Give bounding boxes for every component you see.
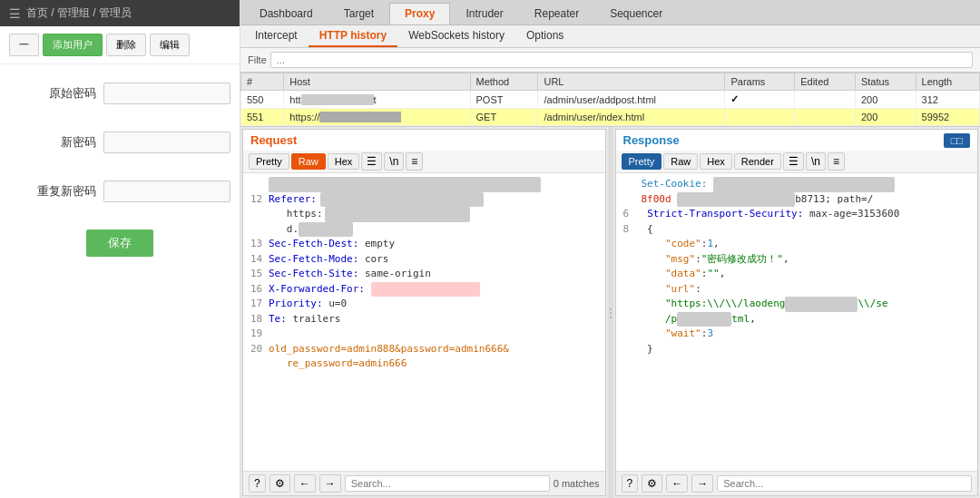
response-icon-list[interactable]: ☰: [783, 152, 804, 171]
request-title: Request: [243, 130, 605, 151]
burp-main: Dashboard Target Proxy Intruder Repeater…: [240, 0, 980, 498]
filter-bar: Filte: [240, 48, 980, 73]
sidebar-header: ☰ 首页 / 管理组 / 管理员: [0, 0, 240, 26]
response-panel: Response □□ Pretty Raw Hex Render ☰ \n ≡…: [615, 129, 979, 496]
original-password-row: 原始密码: [9, 83, 230, 104]
request-matches-label: 0 matches: [554, 478, 600, 489]
response-search-next[interactable]: →: [691, 474, 713, 493]
sidebar-form: 原始密码 新密码 重复新密码 保存: [0, 64, 240, 275]
burp-secondary-tabs: Intercept HTTP history WebSockets histor…: [240, 25, 980, 48]
cell-host: https://xxxxxxxxxx: [284, 109, 470, 126]
tab-repeater[interactable]: Repeater: [519, 3, 594, 24]
tab-intruder[interactable]: Intruder: [450, 3, 518, 24]
col-header-edited: Edited: [795, 73, 856, 91]
tab-http-history[interactable]: HTTP history: [309, 25, 397, 47]
request-tab-raw[interactable]: Raw: [291, 153, 326, 170]
response-search-prev[interactable]: ←: [666, 474, 688, 493]
table-row[interactable]: 551 https://xxxxxxxxxx GET /admin/user/i…: [241, 109, 980, 126]
response-search-help[interactable]: ?: [622, 474, 639, 493]
response-tab-render[interactable]: Render: [734, 153, 781, 170]
edit-button[interactable]: 编辑: [150, 34, 190, 56]
col-header-host: Host: [284, 73, 470, 91]
table-row[interactable]: 550 httxxxxxxxxxxt POST /admin/user/addp…: [241, 91, 980, 109]
request-icon-wrap[interactable]: ≡: [406, 152, 423, 171]
request-toolbar: Pretty Raw Hex ☰ \n ≡: [243, 151, 605, 173]
cell-method: GET: [470, 109, 538, 126]
tab-websockets-history[interactable]: WebSockets history: [397, 25, 515, 47]
response-icon-newline[interactable]: \n: [806, 152, 826, 171]
request-icon-newline[interactable]: \n: [384, 152, 404, 171]
tab-intercept[interactable]: Intercept: [244, 25, 309, 47]
cell-host: httxxxxxxxxxxt: [284, 91, 470, 109]
cell-edited: [795, 91, 856, 109]
request-search-input[interactable]: [345, 475, 550, 492]
new-password-row: 新密码: [9, 132, 230, 153]
col-header-method: Method: [470, 73, 538, 91]
response-tab-pretty[interactable]: Pretty: [622, 153, 662, 170]
tab-proxy[interactable]: Proxy: [389, 3, 450, 24]
col-header-status: Status: [855, 73, 916, 91]
save-button[interactable]: 保存: [86, 229, 153, 257]
cell-edited: [795, 109, 856, 126]
response-icon-wrap[interactable]: ≡: [828, 152, 845, 171]
request-search-settings[interactable]: ⚙: [270, 474, 290, 493]
cell-params: ✓: [725, 91, 795, 109]
original-password-input[interactable]: [103, 83, 230, 104]
cell-length: 312: [916, 91, 979, 109]
cell-id: 551: [241, 109, 284, 126]
panel-divider[interactable]: ⋮: [608, 127, 613, 498]
cell-url: /admin/user/index.html: [538, 109, 725, 126]
request-content: xxxxxxxxxxxxxxxxxxxxxxxxxxxxx 12Referer:…: [243, 173, 605, 471]
panels-row: Request Pretty Raw Hex ☰ \n ≡ xxxxxxxxxx…: [240, 127, 980, 498]
repeat-password-label: 重复新密码: [33, 183, 96, 200]
response-title: Response: [616, 130, 687, 151]
tab-options[interactable]: Options: [515, 25, 574, 47]
http-table: # Host Method URL Params Edited Status L…: [240, 73, 980, 126]
cell-method: POST: [470, 91, 538, 109]
new-password-input[interactable]: [103, 132, 230, 153]
filter-label: Filte: [248, 54, 267, 65]
request-panel: Request Pretty Raw Hex ☰ \n ≡ xxxxxxxxxx…: [242, 129, 606, 496]
burp-top-tabs: Dashboard Target Proxy Intruder Repeater…: [240, 0, 980, 25]
repeat-password-row: 重复新密码: [9, 181, 230, 202]
tab-sequencer[interactable]: Sequencer: [594, 3, 678, 24]
request-search-next[interactable]: →: [319, 474, 341, 493]
expand-button[interactable]: □□: [944, 133, 970, 148]
request-icon-list[interactable]: ☰: [361, 152, 382, 171]
request-search-prev[interactable]: ←: [294, 474, 316, 493]
request-search-help[interactable]: ?: [249, 474, 266, 493]
response-content: Set-Cookie: xxxxxxxxxxx 8f00d xxxxxxxxxx…: [616, 173, 978, 471]
tab-target[interactable]: Target: [328, 3, 389, 24]
request-tab-pretty[interactable]: Pretty: [249, 153, 289, 170]
response-toolbar: Pretty Raw Hex Render ☰ \n ≡: [616, 151, 978, 173]
add-user-button[interactable]: 添加用户: [43, 34, 103, 56]
tab-dashboard[interactable]: Dashboard: [244, 3, 328, 24]
repeat-password-input[interactable]: [103, 181, 230, 202]
menu-icon: ☰: [9, 6, 21, 21]
response-search-input[interactable]: [717, 475, 972, 492]
new-password-label: 新密码: [33, 134, 96, 151]
http-table-container: # Host Method URL Params Edited Status L…: [240, 73, 980, 127]
breadcrumb: 首页 / 管理组 / 管理员: [26, 5, 132, 21]
cell-params: [725, 109, 795, 126]
col-header-id: #: [241, 73, 284, 91]
menu-toggle-button[interactable]: 一: [9, 34, 39, 56]
col-header-params: Params: [725, 73, 795, 91]
cell-id: 550: [241, 91, 284, 109]
response-tab-hex[interactable]: Hex: [700, 153, 732, 170]
filter-input[interactable]: [270, 52, 973, 68]
sidebar: ☰ 首页 / 管理组 / 管理员 一 添加用户 删除 编辑 原始密码 新密码 重…: [0, 0, 240, 498]
response-search-settings[interactable]: ⚙: [642, 474, 662, 493]
cell-length: 59952: [916, 109, 979, 126]
delete-button[interactable]: 删除: [106, 34, 146, 56]
col-header-length: Length: [916, 73, 979, 91]
save-button-row: 保存: [9, 229, 230, 257]
cell-status: 200: [855, 109, 916, 126]
cell-status: 200: [855, 91, 916, 109]
request-search-bar: ? ⚙ ← → 0 matches: [243, 471, 605, 495]
original-password-label: 原始密码: [33, 85, 96, 102]
cell-url: /admin/user/addpost.html: [538, 91, 725, 109]
request-tab-hex[interactable]: Hex: [328, 153, 360, 170]
response-search-bar: ? ⚙ ← →: [616, 471, 978, 495]
response-tab-raw[interactable]: Raw: [663, 153, 698, 170]
